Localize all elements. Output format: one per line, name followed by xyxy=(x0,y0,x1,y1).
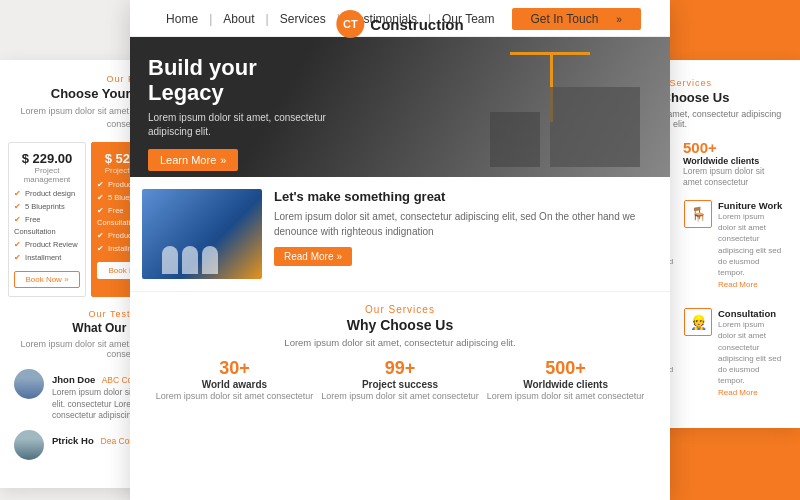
stat-desc-1: Lorem ipsum dolor sit amet consectetur xyxy=(156,390,314,403)
hero-title: Build your Legacy xyxy=(148,55,328,106)
price-type-1: Project management xyxy=(14,166,80,184)
stat-2: 99+ Project success Lorem ipsum dolor si… xyxy=(321,358,479,403)
mid-heading: Let's make something great xyxy=(274,189,658,204)
learn-more-button[interactable]: Learn More » xyxy=(148,149,238,171)
nav-about[interactable]: About xyxy=(216,12,261,26)
service-desc-2: Lorem ipsum dolor sit amet consectetur a… xyxy=(718,211,784,278)
mid-image xyxy=(142,189,262,279)
service-2: 🪑 Funiture Work Lorem ipsum dolor sit am… xyxy=(684,200,784,300)
worker-2 xyxy=(182,246,198,274)
why-sub: Lorem ipsum dolor sit amet, consectetur … xyxy=(142,337,658,348)
service-name-4: Consultation xyxy=(718,308,784,319)
test-name-2: Ptrick Ho xyxy=(52,435,94,446)
stat-number-1: 30+ xyxy=(156,358,314,379)
mid-text: Let's make something great Lorem ipsum d… xyxy=(262,189,658,279)
stat-number-3: 500+ xyxy=(487,358,645,379)
building-2 xyxy=(490,112,540,167)
read-more-button[interactable]: Read More » xyxy=(274,247,352,266)
main-nav: Home | About | Services | Testimonials |… xyxy=(130,0,670,37)
stat-label-2: Project success xyxy=(321,379,479,390)
right-stat-desc-2: Lorem ipsum dolor sit amet consectetur xyxy=(683,166,784,188)
stat-number-2: 99+ xyxy=(321,358,479,379)
stat-desc-3: Lorem ipsum dolor sit amet consectetur xyxy=(487,390,645,403)
book-btn-1[interactable]: Book Now » xyxy=(14,271,80,288)
why-choose-main: Our Services Why Choose Us Lorem ipsum d… xyxy=(130,292,670,411)
test-name-1: Jhon Doe xyxy=(52,374,95,385)
price-plan-1: $ 229.00 Project management ✔ Product de… xyxy=(8,142,86,297)
main-card: Home | About | Services | Testimonials |… xyxy=(130,0,670,500)
nav-services[interactable]: Services xyxy=(273,12,333,26)
why-title: Why Choose Us xyxy=(142,317,658,333)
right-stat-2: 500+ Worldwide clients Lorem ipsum dolor… xyxy=(683,139,784,188)
mid-section: Let's make something great Lorem ipsum d… xyxy=(130,177,670,292)
avatar-1 xyxy=(14,369,44,399)
right-stat-num-2: 500+ xyxy=(683,139,784,156)
nav-home[interactable]: Home xyxy=(159,12,205,26)
stat-desc-2: Lorem ipsum dolor sit amet consectetur xyxy=(321,390,479,403)
price-features-1: ✔ Product design ✔ 5 Blueprints ✔ Free C… xyxy=(14,188,80,265)
right-stat-label-2: Worldwide clients xyxy=(683,156,784,166)
stat-label-3: Worldwide clients xyxy=(487,379,645,390)
service-icon-4: 👷 xyxy=(684,308,712,336)
avatar-2 xyxy=(14,430,44,460)
nav-team[interactable]: Our Team xyxy=(435,12,501,26)
service-read-2[interactable]: Read More xyxy=(718,280,784,289)
page-wrapper: Our Price Choose Your Pricing Plan Lorem… xyxy=(0,0,800,500)
nav-cta-button[interactable]: Get In Touch » xyxy=(512,8,641,30)
service-name-2: Funiture Work xyxy=(718,200,784,211)
worker-3 xyxy=(202,246,218,274)
worker-1 xyxy=(162,246,178,274)
hero-section: Build your Legacy Lorem ipsum dolor sit … xyxy=(130,37,670,177)
stat-label-1: World awards xyxy=(156,379,314,390)
service-desc-4: Lorem ipsum dolor sit amet consectetur a… xyxy=(718,319,784,386)
stats-row: 30+ World awards Lorem ipsum dolor sit a… xyxy=(142,358,658,403)
nav-testimonials[interactable]: Testimonials xyxy=(344,12,424,26)
building-1 xyxy=(550,87,640,167)
service-read-4[interactable]: Read More xyxy=(718,388,784,397)
stat-3: 500+ Worldwide clients Lorem ipsum dolor… xyxy=(487,358,645,403)
hero-subtitle: Lorem ipsum dolor sit amet, consectetur … xyxy=(148,111,328,139)
crane-horizontal xyxy=(510,52,590,55)
hero-crane xyxy=(480,47,640,167)
stat-1: 30+ World awards Lorem ipsum dolor sit a… xyxy=(156,358,314,403)
price-amount-1: $ 229.00 xyxy=(14,151,80,166)
service-4: 👷 Consultation Lorem ipsum dolor sit ame… xyxy=(684,308,784,408)
service-icon-2: 🪑 xyxy=(684,200,712,228)
why-label: Our Services xyxy=(142,304,658,315)
hero-text: Build your Legacy Lorem ipsum dolor sit … xyxy=(148,55,328,171)
mid-para: Lorem ipsum dolor sit amet, consectetur … xyxy=(274,209,658,239)
